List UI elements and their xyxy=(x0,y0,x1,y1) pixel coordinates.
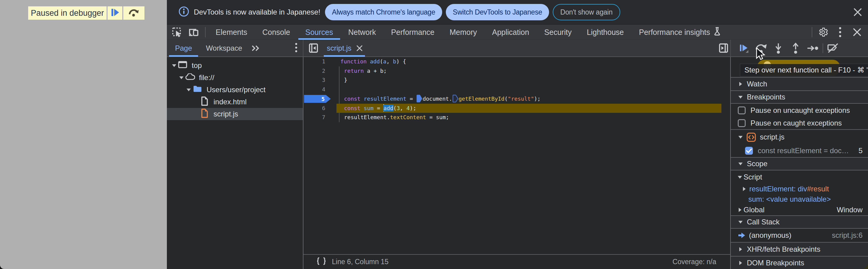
line-number-gutter[interactable]: 12345675 xyxy=(304,57,337,254)
section-watch[interactable]: Watch xyxy=(731,77,868,90)
navigator-tab-list: PageWorkspace xyxy=(168,40,249,56)
main-tab-security[interactable]: Security xyxy=(537,25,579,40)
tree-item-script-js[interactable]: script.js xyxy=(167,108,303,120)
section-xhr-fetch-breakpoints[interactable]: XHR/fetch Breakpoints xyxy=(731,242,868,256)
infobar-message: DevTools is now available in Japanese! xyxy=(194,8,320,17)
line-number[interactable]: 7 xyxy=(304,113,337,122)
page-viewport-dimmed: Paused in debugger xyxy=(0,0,167,269)
deactivate-breakpoints-icon[interactable] xyxy=(825,40,842,57)
expand-arrow-icon[interactable] xyxy=(738,96,743,99)
main-tab-performance-insights[interactable]: Performance insights xyxy=(631,25,729,40)
label: 5 xyxy=(859,146,868,155)
toggle-navigator-panel-icon[interactable] xyxy=(309,43,318,53)
call-stack-frame[interactable]: (anonymous)script.js:6 xyxy=(731,228,868,242)
step-into-icon[interactable] xyxy=(770,40,787,57)
tree-item-label: file:// xyxy=(199,73,214,82)
code-editor[interactable]: 12345675function add(a, b) {return a + b… xyxy=(304,57,730,254)
step-out-icon[interactable] xyxy=(787,40,804,57)
expand-arrow-icon[interactable] xyxy=(172,64,177,67)
more-navigator-tabs-icon[interactable] xyxy=(251,45,260,52)
expand-arrow-icon[interactable] xyxy=(738,220,743,224)
section-call-stack[interactable]: Call Stack xyxy=(731,215,868,228)
section-breakpoints[interactable]: Breakpoints xyxy=(731,90,868,104)
tree-item-top[interactable]: top xyxy=(167,59,303,72)
pretty-print-icon[interactable] xyxy=(316,257,327,267)
checkbox[interactable] xyxy=(738,106,746,114)
infobar-button[interactable]: Don't show again xyxy=(553,4,620,20)
screenshot: Paused in debugger DevTools is now avail… xyxy=(0,0,868,269)
cursor-position-label: Line 6, Column 15 xyxy=(332,258,389,266)
infobar-button[interactable]: Always match Chrome's language xyxy=(325,4,442,20)
info-icon xyxy=(179,6,189,18)
label: Watch xyxy=(747,80,767,88)
expand-arrow-icon[interactable] xyxy=(738,247,743,252)
infobar-close-button[interactable] xyxy=(851,5,864,19)
close-tab-icon[interactable] xyxy=(356,45,363,52)
main-tab-lighthouse[interactable]: Lighthouse xyxy=(579,25,631,40)
script-file-icon xyxy=(746,132,756,142)
expand-arrow-icon[interactable] xyxy=(741,187,747,191)
scope-script[interactable]: Script xyxy=(731,170,868,184)
line-number[interactable]: 6 xyxy=(304,104,337,113)
pause-caught-exceptions[interactable]: Pause on caught exceptions xyxy=(731,117,868,129)
inline-breakpoint-active-icon[interactable] xyxy=(416,96,423,102)
step-icon[interactable] xyxy=(804,40,822,57)
overlay-step-over-button[interactable] xyxy=(123,6,145,20)
main-tab-memory[interactable]: Memory xyxy=(442,25,484,40)
code-token: add xyxy=(370,58,380,64)
folder-icon xyxy=(193,85,202,94)
tree-item-index-html[interactable]: index.html xyxy=(167,96,303,108)
overlay-resume-button[interactable] xyxy=(107,6,122,20)
expand-arrow-icon[interactable] xyxy=(179,76,184,79)
inspect-element-icon[interactable] xyxy=(169,24,186,41)
main-tab-sources[interactable]: Sources xyxy=(298,25,341,40)
main-tab-elements[interactable]: Elements xyxy=(208,25,255,40)
section-scope[interactable]: Scope xyxy=(731,157,868,170)
settings-gear-icon[interactable] xyxy=(815,24,832,41)
expand-arrow-icon[interactable] xyxy=(738,82,743,86)
section-dom-breakpoints[interactable]: DOM Breakpoints xyxy=(731,256,868,269)
navigator-tab-workspace[interactable]: Workspace xyxy=(199,40,249,56)
more-options-kebab-icon[interactable] xyxy=(832,24,848,41)
checkbox[interactable] xyxy=(738,119,746,127)
line-number[interactable]: 1 xyxy=(304,57,337,66)
expand-arrow-icon[interactable] xyxy=(738,162,743,166)
tree-item-file-[interactable]: file:// xyxy=(167,72,303,84)
label: DOM Breakpoints xyxy=(747,259,804,267)
scope-global[interactable]: GlobalWindow xyxy=(731,205,868,215)
line-number[interactable]: 4 xyxy=(304,85,337,94)
line-number[interactable]: 2 xyxy=(304,66,337,76)
main-tab-network[interactable]: Network xyxy=(341,25,384,40)
infobar-buttons: Always match Chrome's languageSwitch Dev… xyxy=(325,4,620,20)
breakpoint-group-script-js[interactable]: script.js xyxy=(731,129,868,144)
scope-var-resultelement[interactable]: resultElement: div#result xyxy=(731,184,868,194)
code-token: ( xyxy=(380,58,383,64)
toggle-device-toolbar-icon[interactable] xyxy=(186,24,203,41)
execution-line-badge[interactable]: 5 xyxy=(304,95,331,103)
expand-arrow-icon[interactable] xyxy=(738,136,743,139)
editor-scrollbar[interactable] xyxy=(721,57,730,254)
expand-arrow-icon[interactable] xyxy=(737,208,743,212)
expand-arrow-icon[interactable] xyxy=(186,88,192,91)
main-tab-performance[interactable]: Performance xyxy=(383,25,442,40)
inline-breakpoint-candidate-icon[interactable] xyxy=(452,96,459,102)
close-devtools-icon[interactable] xyxy=(848,24,866,41)
main-tab-application[interactable]: Application xyxy=(485,25,537,40)
pause-uncaught-exceptions[interactable]: Pause on uncaught exceptions xyxy=(731,104,868,117)
code-line-5: const resultElement = document.getElemen… xyxy=(337,94,722,104)
scope-var-sum[interactable]: sum: <value unavailable> xyxy=(731,194,868,205)
breakpoint-checkbox[interactable] xyxy=(745,147,753,155)
infobar-button[interactable]: Switch DevTools to Japanese xyxy=(446,4,549,20)
main-tab-console[interactable]: Console xyxy=(255,25,298,40)
navigator-menu-kebab-icon[interactable] xyxy=(295,43,298,54)
toggle-debugger-sidebar-icon[interactable] xyxy=(719,43,728,53)
resume-script-icon[interactable] xyxy=(735,40,752,57)
line-number[interactable]: 3 xyxy=(304,76,337,85)
breakpoint-entry[interactable]: const resultElement = doc…5 xyxy=(731,144,868,157)
expand-arrow-icon[interactable] xyxy=(738,261,743,265)
navigator-tab-page[interactable]: Page xyxy=(168,40,199,56)
tree-item-users-user-project[interactable]: Users/user/project xyxy=(167,84,303,96)
expand-arrow-icon[interactable] xyxy=(737,176,743,179)
editor-tab-script-js[interactable]: script.js xyxy=(323,40,366,56)
label: Pause on uncaught exceptions xyxy=(750,106,850,115)
